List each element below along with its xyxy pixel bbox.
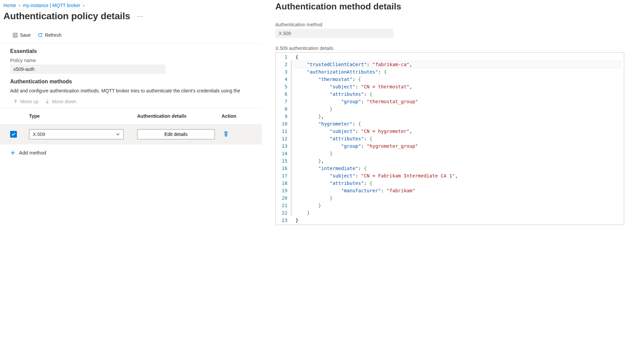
policy-name-field[interactable]	[10, 64, 166, 74]
breadcrumb-home[interactable]: Home	[3, 3, 16, 8]
move-up-label: Move up	[20, 99, 39, 104]
col-action-header: Action	[222, 113, 252, 119]
auth-methods-desc: Add and configure authentication methods…	[10, 88, 252, 93]
auth-method-label: Authentication method	[275, 22, 624, 27]
save-icon	[12, 32, 18, 38]
chevron-right-icon: ›	[83, 3, 85, 8]
edit-details-button[interactable]: Edit details	[137, 129, 215, 139]
breadcrumb: Home › my-instance | MQTT broker ›	[0, 0, 262, 9]
add-method-label: Add method	[19, 150, 46, 156]
essentials-heading: Essentials	[10, 48, 252, 54]
save-button[interactable]: Save	[12, 31, 31, 39]
page-title: Authentication policy details	[3, 11, 130, 22]
move-up-button[interactable]: Move up	[13, 99, 39, 104]
move-down-label: Move down	[52, 99, 76, 104]
auth-methods-table: Type Authentication details Action X.509…	[0, 108, 262, 144]
refresh-label: Refresh	[45, 32, 61, 38]
auth-method-field[interactable]	[275, 29, 394, 38]
more-actions-button[interactable]: ···	[137, 13, 143, 19]
add-method-button[interactable]: Add method	[0, 144, 56, 161]
delete-row-button[interactable]	[222, 130, 230, 139]
auth-methods-heading: Authentication methods	[10, 79, 252, 85]
trash-icon	[223, 131, 229, 137]
svg-rect-0	[13, 33, 17, 37]
x509-details-label: X.509 authentication details	[275, 46, 624, 51]
arrow-down-icon	[45, 99, 50, 104]
type-select[interactable]: X.509	[29, 129, 124, 139]
right-panel-title: Authentication method details	[275, 0, 624, 22]
chevron-right-icon: ›	[19, 3, 20, 8]
save-label: Save	[20, 32, 31, 38]
table-row: X.509 Edit details	[0, 124, 262, 144]
code-content[interactable]: { "trustedClientCaCert": "fabrikam-ca", …	[291, 53, 624, 225]
plus-icon	[10, 150, 16, 156]
arrow-up-icon	[13, 99, 18, 104]
col-type-header: Type	[29, 113, 137, 119]
refresh-button[interactable]: Refresh	[37, 31, 62, 39]
policy-name-label: Policy name	[10, 58, 252, 63]
toolbar: Save Refresh	[0, 27, 262, 44]
type-select-value: X.509	[33, 132, 45, 137]
check-icon	[11, 132, 16, 137]
move-down-button[interactable]: Move down	[45, 99, 76, 104]
svg-rect-1	[14, 35, 16, 37]
breadcrumb-instance[interactable]: my-instance | MQTT broker	[23, 3, 80, 8]
chevron-down-icon	[116, 132, 120, 136]
code-editor[interactable]: 1234567891011121314151617181920212223 { …	[275, 52, 624, 225]
refresh-icon	[37, 32, 43, 38]
code-gutter: 1234567891011121314151617181920212223	[275, 53, 291, 225]
col-details-header: Authentication details	[137, 113, 222, 119]
row-checkbox[interactable]	[10, 131, 17, 138]
